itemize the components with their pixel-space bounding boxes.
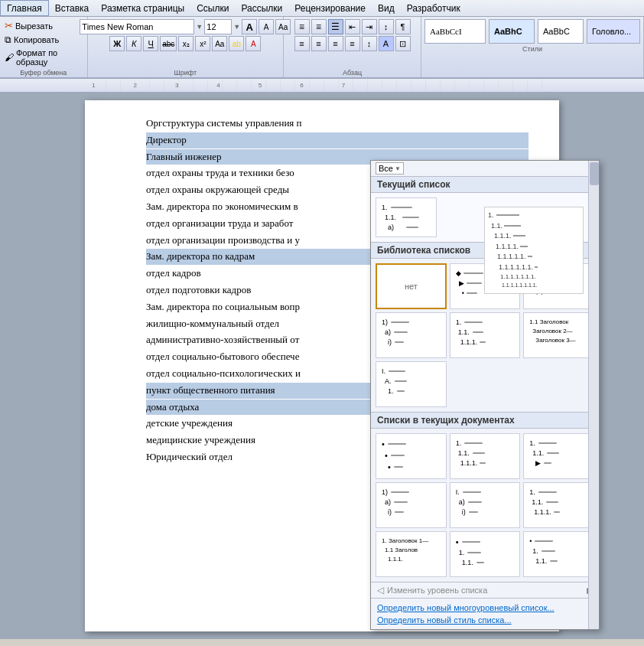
increase-font-btn[interactable]: A — [242, 19, 257, 34]
current-list-title: Текущий список — [371, 176, 599, 193]
strikethrough-btn[interactable]: abc — [160, 36, 177, 51]
sort-btn[interactable]: ↕ — [379, 19, 394, 34]
doc-item-5[interactable]: I. а) i) — [450, 482, 521, 528]
style-heading1[interactable]: AaBhC — [489, 19, 535, 44]
copy-button[interactable]: ⧉ Копировать — [3, 34, 84, 46]
ribbon: ✂ Вырезать ⧉ Копировать 🖌 Формат по обра… — [0, 17, 644, 79]
paragraph-label: Абзац — [343, 69, 362, 77]
menu-item-главная[interactable]: Главная — [0, 0, 49, 16]
menu-item-разработчик[interactable]: Разработчик — [401, 0, 467, 16]
big-preview-line-5: 1.1.1.1.1. — [488, 252, 580, 263]
none-list-item[interactable]: нет — [376, 263, 447, 309]
bold-btn[interactable]: Ж — [109, 36, 125, 51]
align-right-btn[interactable]: ≡ — [328, 36, 343, 51]
superscript-btn[interactable]: x² — [195, 36, 210, 51]
underline-btn[interactable]: Ч — [143, 36, 158, 51]
italic-btn[interactable]: К — [126, 36, 141, 51]
border-btn[interactable]: ⊡ — [395, 36, 411, 51]
new-multilevel-link[interactable]: Определить новый многоуровневый список..… — [377, 602, 593, 614]
increase-indent-btn[interactable]: ⇥ — [362, 19, 377, 34]
align-center-btn[interactable]: ≡ — [311, 36, 327, 51]
change-level-label: Изменить уровень списка — [387, 586, 487, 595]
big-preview-line-3: 1.1.1. — [488, 231, 580, 242]
font-name-arrow[interactable]: ▼ — [196, 23, 203, 31]
doc-item-9[interactable]: • 1. 1.1. — [523, 531, 594, 577]
current-list-preview[interactable]: 1. 1.1. а) — [376, 197, 437, 237]
big-preview-line-7: 1.1.1.1.1.1.1. — [488, 272, 580, 282]
doc-line-1: Директор — [146, 132, 529, 148]
doc-item-2[interactable]: 1. 1.1. 1.1.1. — [450, 433, 521, 479]
clipboard-section: ✂ Вырезать ⧉ Копировать 🖌 Формат по обра… — [0, 17, 88, 77]
doc-line-0: Оргструктура системы управления п — [146, 116, 529, 132]
filter-arrow: ▼ — [395, 165, 401, 172]
styles-label: Стили — [424, 45, 640, 53]
line-spacing-btn[interactable]: ↕ — [362, 36, 377, 51]
numbered-list-btn[interactable]: ≡ — [311, 19, 327, 34]
menu-item-ссылки[interactable]: Ссылки — [190, 0, 235, 16]
documents-section-title: Списки в текущих документах — [371, 412, 599, 429]
font-section: ▼ ▼ A A Aa Ж К Ч abc x₂ x² Aа ab A Шрифт — [88, 17, 284, 77]
align-justify-btn[interactable]: ≡ — [345, 36, 360, 51]
menu-bar: ГлавнаяВставкаРазметка страницыСсылкиРас… — [0, 0, 644, 17]
font-name-input[interactable] — [80, 19, 194, 34]
shading-btn[interactable]: A — [379, 36, 394, 51]
doc-item-4[interactable]: 1) а) i) — [376, 482, 447, 528]
subscript-btn[interactable]: x₂ — [178, 36, 194, 51]
doc-item-6[interactable]: 1. 1.1. 1.1.1. — [523, 482, 594, 528]
big-preview-line-2: 1.1. — [488, 221, 580, 232]
menu-item-разметка-страницы[interactable]: Разметка страницы — [95, 0, 190, 16]
big-preview-line-4: 1.1.1.1. — [488, 242, 580, 253]
menu-item-рассылки[interactable]: Рассылки — [235, 0, 288, 16]
menu-item-вставка[interactable]: Вставка — [49, 0, 96, 16]
align-left-btn[interactable]: ≡ — [294, 36, 310, 51]
big-preview-line-6: 1.1.1.1.1.1. — [488, 263, 580, 273]
font-color-btn[interactable]: A — [246, 36, 261, 51]
decrease-indent-btn[interactable]: ⇤ — [345, 19, 360, 34]
text-case-btn[interactable]: Aа — [212, 36, 227, 51]
font-label: Шрифт — [174, 69, 197, 77]
show-marks-btn[interactable]: ¶ — [395, 19, 411, 34]
dropdown-footer: Определить новый многоуровневый список..… — [371, 598, 599, 629]
big-preview-line-8: 1.1.1.1.1.1.1.1. — [488, 282, 580, 290]
style-heading2[interactable]: AaBbC — [538, 19, 584, 44]
decrease-font-btn[interactable]: A — [259, 19, 274, 34]
new-style-link[interactable]: Определить новый стиль списка... — [377, 614, 593, 626]
font-size-input[interactable] — [204, 19, 232, 34]
big-list-preview: 1. 1.1. 1.1.1. 1.1.1.1. 1.1.1.1.1. 1.1.1… — [484, 207, 584, 294]
clipboard-label: Буфер обмена — [20, 69, 67, 77]
documents-grid: • • • 1. 1.1. 1.1.1. 1. 1.1. ▶ — [371, 429, 599, 582]
change-level-row[interactable]: ◁ Изменить уровень списка ▶ — [371, 582, 599, 598]
style-heading3[interactable]: Головло... — [587, 19, 640, 44]
style-normal[interactable]: AaBbCcI — [424, 19, 486, 44]
menu-item-вид[interactable]: Вид — [372, 0, 401, 16]
library-item-6[interactable]: I. A. 1. — [376, 361, 447, 407]
menu-item-рецензирование[interactable]: Рецензирование — [288, 0, 372, 16]
doc-item-3[interactable]: 1. 1.1. ▶ — [523, 433, 594, 479]
format-painter-button[interactable]: 🖌 Формат по образцу — [3, 47, 84, 67]
paragraph-section: ≡ ≡ ☰ ⇤ ⇥ ↕ ¶ ≡ ≡ ≡ ≡ ↕ A ⊡ Абзац — [284, 17, 421, 77]
big-preview-line-1: 1. — [488, 210, 580, 221]
styles-section: AaBbCcI AaBhC AaBbC Головло... Стили — [421, 17, 644, 77]
cut-button[interactable]: ✂ Вырезать — [3, 19, 84, 32]
doc-item-1[interactable]: • • • — [376, 433, 447, 479]
filter-row: Все ▼ — [371, 161, 599, 176]
highlight-btn[interactable]: ab — [229, 36, 244, 51]
multilevel-list-btn[interactable]: ☰ — [328, 19, 343, 34]
doc-item-7[interactable]: 1. Заголовок 1— 1.1 Заголов 1.1.1. — [376, 531, 447, 577]
dropdown-scrollbar[interactable] — [588, 161, 599, 629]
ruler: 1 2 3 4 5 6 7 — [0, 79, 644, 93]
bullet-list-btn[interactable]: ≡ — [294, 19, 310, 34]
library-item-4[interactable]: 1. 1.1. 1.1.1. — [450, 312, 521, 358]
font-size-arrow[interactable]: ▼ — [233, 23, 240, 31]
filter-dropdown[interactable]: Все ▼ — [376, 162, 404, 175]
library-item-3[interactable]: 1) а) i) — [376, 312, 447, 358]
doc-item-8[interactable]: • 1. 1.1. — [450, 531, 521, 577]
multilevel-list-dropdown: Все ▼ Текущий список 1. 1.1. а) Библиоте… — [370, 160, 600, 630]
document-area: Оргструктура системы управления пДиректо… — [0, 93, 644, 639]
library-item-5[interactable]: 1.1 Заголовок Заголовок 2— Заголовок 3— — [523, 312, 594, 358]
